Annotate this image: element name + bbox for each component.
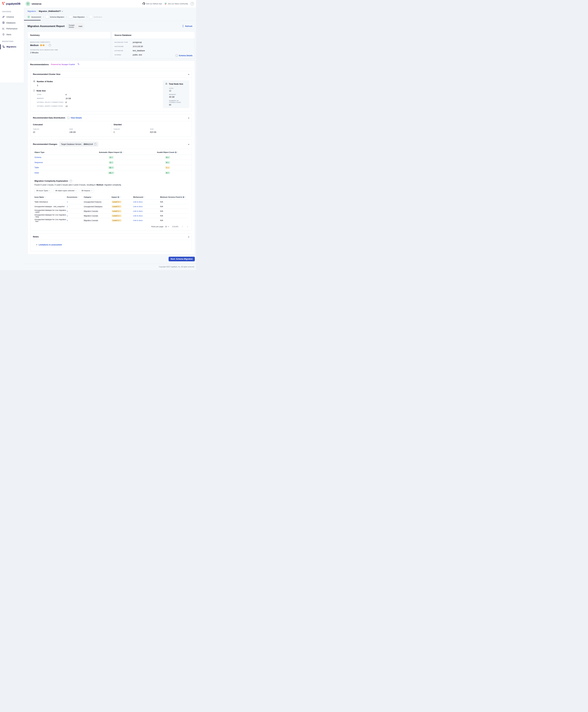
sort-icon[interactable]: ▲▼	[78, 196, 79, 198]
sidebar-item-migrations[interactable]: Migrations	[0, 44, 24, 50]
column-min-versions[interactable]: Minimum Versions Fixed Ini▲▼	[160, 196, 189, 198]
occurrences-link[interactable]: 1	[67, 206, 84, 208]
impact-badge: Level 1⚠	[111, 215, 122, 217]
column-occurrences[interactable]: Occurrences▲▼	[67, 196, 84, 198]
issue-types-filter[interactable]: All Issue Types	[35, 189, 52, 193]
sidebar-item-universe[interactable]: Universe	[0, 14, 24, 20]
app-root: yugabyteDB Universe Visit our Github rep…	[0, 0, 196, 270]
refresh-icon	[182, 25, 184, 28]
column-workaround[interactable]: Workaround▲▼	[133, 196, 160, 198]
info-icon[interactable]: i	[183, 196, 184, 198]
migrations-icon	[2, 45, 5, 48]
column-invalid-object-count[interactable]: Invalid Object Count i ▲▼	[143, 151, 192, 153]
recommended-cluster-size-card: Recommended Cluster Size ▲ Number of Nod…	[30, 71, 192, 111]
info-icon[interactable]: i	[118, 196, 119, 198]
issue-category[interactable]: Migration Caveats	[84, 215, 111, 217]
breadcrumb-current-migration[interactable]: Migration_29d80eb05d77	[39, 10, 63, 12]
workaround-link[interactable]: Link to docs	[133, 219, 160, 221]
issue-category[interactable]: Migration Caveats	[84, 219, 111, 221]
sort-icon[interactable]: ▲▼	[92, 196, 92, 198]
workaround-link[interactable]: Link to docs	[133, 206, 160, 208]
collapse-caret-icon[interactable]: ▲	[188, 236, 189, 238]
column-impact[interactable]: Impacti▲▼	[111, 196, 133, 198]
next-schema-migration-button[interactable]: Next: Schema Migration	[169, 257, 195, 261]
breadcrumb-migrations-link[interactable]: Migrations	[27, 10, 36, 12]
complexity-summary-text: Found 3 Level 1 Issues, 0 Level 2 Issues…	[35, 184, 192, 186]
workaround-link[interactable]: Link to docs	[133, 201, 160, 203]
collapse-caret-icon[interactable]: ▲	[188, 73, 189, 75]
summary-card-title: Summary	[28, 32, 110, 39]
sort-icon[interactable]: ▲▼	[144, 196, 144, 198]
object-types-filter[interactable]: All object types selected	[54, 189, 78, 193]
rows-per-page-select[interactable]: 10 ▼	[165, 225, 169, 228]
occurrences-link[interactable]: 1	[67, 201, 84, 203]
table-row: Schema 2✓ 0✓	[30, 155, 192, 160]
total-connections-value: 60	[169, 104, 189, 106]
step-arrow-icon: ›	[87, 16, 87, 18]
info-icon[interactable]: i	[175, 152, 176, 153]
issue-row: Unsupported datatype for Live migration …	[35, 209, 189, 213]
issue-category[interactable]: Unsupported Datatypes	[84, 206, 111, 208]
pagination-range: 1-5 of 5	[172, 225, 178, 228]
complexity-explanation-help-icon[interactable]: ?	[69, 180, 72, 182]
workaround-link[interactable]: Link to docs	[133, 215, 160, 217]
step-circle-icon	[46, 16, 49, 18]
issue-category[interactable]: Unsupported Features	[84, 201, 111, 203]
help-icon[interactable]: ?	[190, 2, 194, 5]
column-issue-name[interactable]: Issue Name▲▼	[35, 196, 67, 198]
sidebar-item-databases[interactable]: Databases	[0, 20, 24, 26]
object-type-link[interactable]: Schema	[30, 156, 79, 158]
step-arrow-icon: ›	[66, 16, 67, 18]
refresh-button[interactable]: Refresh	[182, 25, 192, 28]
sort-icon[interactable]: ▲▼	[185, 196, 186, 198]
view-details-link[interactable]: › View Details	[67, 116, 82, 119]
object-type-link[interactable]: Table	[30, 167, 79, 169]
occurrences-link[interactable]: 1	[67, 215, 84, 217]
workaround-link[interactable]: Link to docs	[133, 210, 160, 212]
info-icon[interactable]: i	[120, 152, 122, 153]
optimal-insert-connections-value: 12	[65, 105, 68, 107]
complexity-dots	[40, 44, 47, 46]
issue-category[interactable]: Migration Caveats	[84, 210, 111, 212]
step-assessment[interactable]: ✓ Assessment	[27, 16, 41, 18]
issues-table: Issue Name▲▼ Occurrences▲▼ Category▲▼ Im…	[35, 195, 192, 222]
object-type-link[interactable]: Sequence	[30, 161, 79, 164]
schema-details-link[interactable]: › Schema Details	[175, 54, 192, 57]
impacts-filter[interactable]: All Impacts	[80, 189, 94, 193]
sort-icon[interactable]: ▲▼	[123, 152, 123, 153]
sidebar-item-performance[interactable]: Performance	[0, 26, 24, 32]
collapse-caret-icon[interactable]: ▲	[188, 117, 189, 118]
sort-icon[interactable]: ▲▼	[177, 152, 178, 153]
previous-page-icon[interactable]: ‹	[181, 225, 184, 228]
step-verification[interactable]: Verification	[89, 16, 102, 18]
slack-link[interactable]: Join our Slack community	[165, 2, 188, 5]
next-page-icon[interactable]: ›	[187, 225, 189, 228]
sharded-tables-value: 2	[113, 131, 150, 133]
complexity-help-icon[interactable]: ?	[48, 44, 51, 46]
object-type-link[interactable]: Index	[30, 172, 79, 174]
step-data-migration[interactable]: Data Migration	[69, 16, 85, 18]
column-category[interactable]: Category▲▼	[84, 196, 111, 198]
hostname-label: HOSTNAME	[114, 45, 133, 48]
yugabytedb-logo[interactable]: yugabyteDB	[0, 0, 24, 7]
occurrences-link[interactable]: 1	[67, 219, 84, 221]
step-schema-migration[interactable]: Schema Migration	[46, 16, 64, 18]
column-automatic-object-import[interactable]: Automatic Object Import i ▲▼	[79, 151, 143, 153]
github-link[interactable]: Visit our Github repo	[143, 2, 162, 5]
universe-chip: Universe	[25, 1, 41, 6]
target-version-help-icon[interactable]: ?	[94, 143, 97, 146]
size-label: SIZE	[69, 128, 106, 130]
warning-icon: ⚠	[119, 206, 121, 207]
sidebar-item-alerts[interactable]: Alerts	[0, 32, 24, 38]
import-count-badge: 11✓	[108, 166, 114, 169]
sort-icon[interactable]: ▲▼	[120, 196, 121, 198]
breadcrumb-separator: /	[37, 10, 38, 12]
powered-by-voyager-copilot: Powered by Voyager Copilot	[51, 63, 75, 65]
occurrences-link[interactable]: 1	[67, 210, 84, 212]
collapse-caret-icon[interactable]: ▲	[188, 144, 189, 145]
sort-icon[interactable]: ▲▼	[44, 196, 45, 198]
complexity-dot-off	[45, 44, 47, 46]
limitations-link[interactable]: Limitations in assessment	[39, 244, 62, 246]
database-value: test_database	[133, 49, 145, 52]
database-type-label: DATABASE TYPE	[114, 41, 133, 43]
